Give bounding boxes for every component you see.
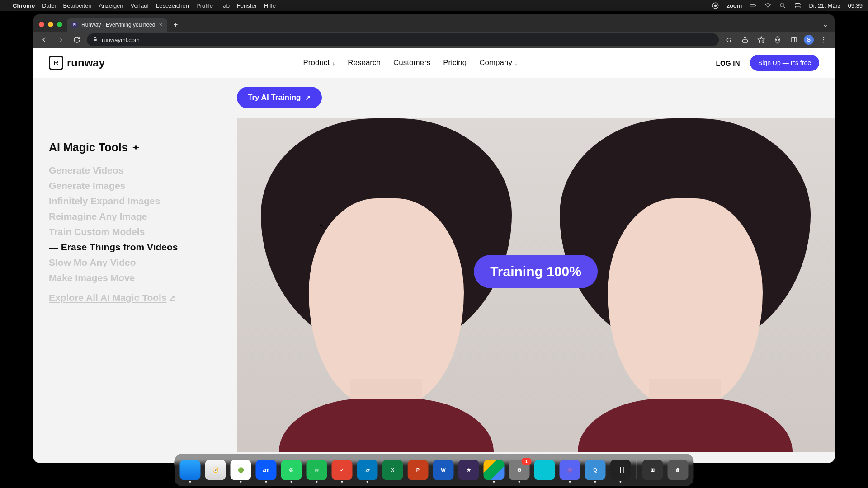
svg-point-4 (768, 7, 768, 8)
signup-button[interactable]: Sign Up — It's free (750, 55, 819, 71)
svg-rect-8 (94, 39, 97, 41)
nav-customers[interactable]: Customers (393, 58, 430, 67)
macos-dock: 🧭🟢zm✆≋✓▱XPW★⚙1👾Q⎮⎮⎮⊞🗑 (175, 454, 694, 486)
new-tab-button[interactable]: + (170, 19, 182, 31)
try-ai-training-button[interactable]: Try AI Training ↗ (237, 87, 322, 108)
dock-app-whatsapp[interactable]: ✆ (281, 460, 302, 480)
menu-tab[interactable]: Tab (220, 2, 230, 9)
menu-fenster[interactable]: Fenster (237, 2, 257, 9)
dock-app-trash[interactable]: 🗑 (668, 460, 689, 480)
menubar-time[interactable]: 09:39 (848, 2, 863, 9)
macos-menu-bar: Chrome Datei Bearbeiten Anzeigen Verlauf… (0, 0, 868, 11)
address-bar[interactable]: runwayml.com (87, 33, 719, 46)
menu-profile[interactable]: Profile (196, 2, 213, 9)
svg-rect-10 (791, 38, 797, 42)
dock-app-spotify[interactable]: ≋ (307, 460, 327, 480)
side-panel-icon[interactable] (788, 33, 800, 46)
sidebar-item-7[interactable]: Make Images Move (49, 272, 212, 283)
dock-app-trello[interactable]: ▱ (357, 460, 378, 480)
window-zoom[interactable] (57, 22, 62, 27)
tab-close-icon[interactable]: × (159, 21, 162, 28)
battery-icon[interactable] (749, 2, 757, 9)
dock-app-discord[interactable]: 👾 (560, 460, 580, 480)
browser-tab[interactable]: R Runway - Everything you need × (67, 18, 167, 32)
dock-app-todoist[interactable]: ✓ (332, 460, 353, 480)
control-center-icon[interactable] (794, 2, 802, 9)
site-actions: LOG IN Sign Up — It's free (716, 55, 819, 71)
menu-verlauf[interactable]: Verlauf (131, 2, 149, 9)
svg-point-12 (823, 39, 824, 40)
site-logo[interactable]: R runway (49, 56, 105, 70)
menu-lesezeichen[interactable]: Lesezeichen (156, 2, 189, 9)
dock-app-zoom[interactable]: zm (256, 460, 277, 480)
chrome-menu-icon[interactable] (817, 33, 830, 46)
svg-rect-6 (795, 3, 800, 5)
reload-button[interactable] (71, 33, 83, 46)
nav-research[interactable]: Research (348, 58, 381, 67)
spotlight-icon[interactable] (779, 2, 787, 9)
app-menu[interactable]: Chrome (13, 2, 35, 9)
window-close[interactable] (39, 22, 44, 27)
dock-app-drive[interactable] (484, 460, 505, 480)
window-minimize[interactable] (48, 22, 53, 27)
svg-rect-3 (756, 5, 756, 6)
dock-app-powerpoint[interactable]: P (408, 460, 429, 480)
svg-rect-7 (795, 6, 800, 8)
sidebar-item-0[interactable]: Generate Videos (49, 165, 212, 176)
menubar-date[interactable]: Di. 21. März (809, 2, 840, 9)
hero-preview-image: ↖ Training 100% (237, 118, 835, 452)
menu-anzeigen[interactable]: Anzeigen (99, 2, 123, 9)
dock-app-settings[interactable]: ⚙1 (509, 460, 530, 480)
share-icon[interactable] (739, 33, 751, 46)
sidebar-title: AI Magic Tools ✦ (49, 141, 212, 154)
cta-label: Try AI Training (248, 93, 301, 102)
sidebar-item-1[interactable]: Generate Images (49, 180, 212, 191)
chevron-down-icon: ↓ (330, 60, 335, 66)
profile-avatar[interactable]: S (804, 35, 814, 45)
dock-app-app[interactable] (534, 460, 555, 480)
chrome-window: R Runway - Everything you need × + ⌄ run… (33, 14, 835, 463)
tab-favicon: R (71, 22, 78, 28)
logo-mark-icon: R (49, 56, 63, 70)
site-nav: Product ↓ Research Customers Pricing Com… (303, 58, 518, 67)
record-icon[interactable] (712, 2, 719, 9)
page-viewport: R runway Product ↓ Research Customers Pr… (33, 48, 835, 463)
login-link[interactable]: LOG IN (716, 59, 740, 67)
training-progress-badge: Training 100% (474, 255, 598, 288)
menu-bearbeiten[interactable]: Bearbeiten (63, 2, 91, 9)
wifi-icon[interactable] (764, 2, 772, 9)
sidebar-item-5[interactable]: Erase Things from Videos (49, 242, 212, 253)
forward-button[interactable] (54, 33, 67, 46)
tabs-dropdown-button[interactable]: ⌄ (819, 18, 831, 30)
dock-app-excel[interactable]: X (382, 460, 403, 480)
bookmark-icon[interactable] (755, 33, 768, 46)
google-account-icon[interactable]: G (722, 33, 735, 46)
dock-app-word[interactable]: W (433, 460, 454, 480)
menu-datei[interactable]: Datei (42, 2, 56, 9)
dock-app-calculator[interactable]: ⊞ (642, 460, 663, 480)
dock-app-finder[interactable] (180, 460, 201, 480)
sidebar-item-4[interactable]: Train Custom Models (49, 226, 212, 237)
dock-app-voicememos[interactable]: ⎮⎮⎮ (610, 460, 631, 480)
page-body: Try AI Training ↗ AI Magic Tools ✦ Gener… (33, 78, 835, 463)
dock-app-quicktime[interactable]: Q (585, 460, 606, 480)
sidebar-item-explore[interactable]: Explore All AI Magic Tools ↗ (49, 292, 175, 303)
chrome-toolbar: runwayml.com G S (33, 32, 835, 48)
chrome-tab-strip: R Runway - Everything you need × + ⌄ (33, 14, 835, 32)
dock-app-chrome[interactable]: 🟢 (231, 460, 251, 480)
sidebar-item-6[interactable]: Slow Mo Any Video (49, 257, 212, 268)
menu-hilfe[interactable]: Hilfe (264, 2, 276, 9)
sidebar-item-2[interactable]: Infinitely Expand Images (49, 196, 212, 206)
nav-pricing[interactable]: Pricing (443, 58, 467, 67)
nav-product[interactable]: Product ↓ (303, 58, 335, 67)
zoom-status[interactable]: zoom (726, 2, 742, 9)
sidebar-item-3[interactable]: Reimagine Any Image (49, 211, 212, 222)
back-button[interactable] (38, 33, 51, 46)
nav-company[interactable]: Company ↓ (479, 58, 518, 67)
svg-point-1 (714, 4, 717, 7)
dock-app-imovie[interactable]: ★ (458, 460, 479, 480)
extensions-icon[interactable] (771, 33, 784, 46)
dock-app-safari[interactable]: 🧭 (205, 460, 226, 480)
svg-point-11 (823, 37, 824, 38)
arrow-up-right-icon: ↗ (170, 294, 175, 302)
